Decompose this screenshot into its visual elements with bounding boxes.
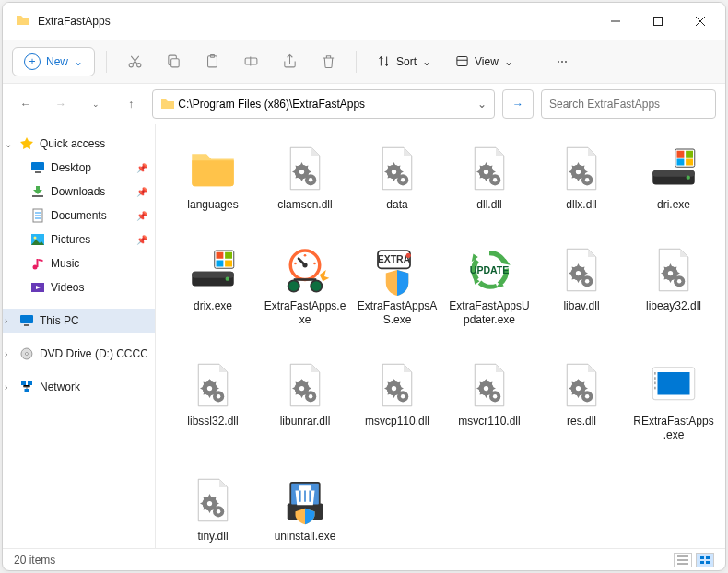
item-count: 20 items [14, 554, 55, 567]
file-item[interactable]: libunrar.dll [263, 352, 347, 447]
file-label: drix.exe [194, 299, 232, 314]
search-input[interactable] [549, 98, 708, 111]
view-button[interactable]: View ⌄ [446, 49, 523, 74]
file-label: languages [187, 198, 238, 213]
file-label: libav.dll [563, 299, 599, 314]
desktop-icon [30, 160, 45, 175]
file-view[interactable]: languagesclamscn.dlldatadll.dlldllx.dlld… [156, 124, 725, 548]
nav-label: Videos [51, 281, 84, 294]
nav-quick-access[interactable]: ⌄Quick access [3, 132, 155, 156]
file-item[interactable]: ExtraFastAppsUpdater.exe [447, 237, 532, 332]
rename-button[interactable] [234, 47, 267, 76]
svg-rect-47 [654, 18, 663, 26]
file-item[interactable]: dri.exe [631, 135, 716, 216]
file-item[interactable]: libssl32.dll [170, 352, 255, 447]
videos-icon [30, 280, 45, 295]
disc-icon [19, 346, 34, 361]
file-label: msvcr110.dll [458, 415, 520, 429]
file-item[interactable]: uninstall.exe [263, 467, 347, 548]
nav-label: Pictures [51, 233, 90, 246]
close-button[interactable] [679, 6, 722, 36]
file-item[interactable]: ExtraFastAppsAS.exe [355, 237, 440, 332]
nav-downloads[interactable]: Downloads📌 [3, 180, 155, 204]
star-icon [19, 136, 34, 151]
file-item[interactable]: RExtraFastApps.exe [631, 352, 716, 447]
nav-label: Quick access [40, 137, 105, 150]
icons-view-button[interactable] [696, 553, 714, 567]
command-bar: + New ⌄ Sort ⌄ View ⌄ ⋯ [3, 40, 725, 84]
nav-music[interactable]: Music [3, 251, 155, 275]
svg-point-48 [129, 64, 133, 67]
file-label: RExtraFastApps.exe [632, 415, 715, 443]
more-button[interactable]: ⋯ [546, 47, 579, 76]
nav-label: Music [51, 257, 79, 270]
file-item[interactable]: msvcp110.dll [355, 352, 440, 447]
file-label: uninstall.exe [275, 530, 336, 544]
file-item[interactable]: dllx.dll [539, 135, 624, 216]
file-label: ExtraFastAppsUpdater.exe [448, 299, 531, 328]
dll-icon [180, 356, 246, 415]
exe-drive-icon [180, 240, 246, 299]
file-item[interactable]: libav.dll [539, 237, 624, 332]
maximize-button[interactable] [637, 6, 679, 36]
nav-videos[interactable]: Videos [3, 275, 155, 299]
svg-rect-56 [706, 556, 710, 559]
chevron-down-icon[interactable]: ⌄ [477, 98, 487, 111]
details-view-button[interactable] [674, 553, 692, 567]
paste-button[interactable] [195, 47, 229, 76]
file-label: res.dll [567, 415, 596, 429]
nav-desktop[interactable]: Desktop📌 [3, 156, 155, 180]
file-item[interactable]: drix.exe [170, 237, 255, 332]
new-button[interactable]: + New ⌄ [12, 47, 95, 76]
file-item[interactable]: languages [170, 135, 255, 216]
file-item[interactable]: dll.dll [447, 135, 532, 216]
pin-icon: 📌 [136, 187, 147, 197]
file-label: ExtraFastApps.exe [264, 299, 346, 328]
dll-icon [548, 356, 615, 415]
go-button[interactable]: → [502, 89, 534, 119]
file-item[interactable]: ExtraFastApps.exe [263, 237, 347, 332]
file-item[interactable]: libeay32.dll [631, 237, 716, 332]
search-box[interactable] [541, 89, 716, 119]
file-label: libeay32.dll [646, 299, 701, 314]
svg-rect-50 [170, 59, 179, 67]
nav-pane: ⌄Quick access Desktop📌 Downloads📌 Docume… [3, 124, 156, 548]
file-item[interactable]: res.dll [539, 352, 624, 447]
file-item[interactable]: tiny.dll [170, 467, 255, 548]
nav-this-pc[interactable]: ›This PC [3, 309, 155, 333]
address-box[interactable]: ⌄ [152, 89, 495, 119]
file-label: ExtraFastAppsAS.exe [356, 299, 439, 328]
up-button[interactable]: ↑ [117, 90, 145, 118]
nav-network[interactable]: ›Network [3, 375, 155, 399]
file-label: dll.dll [476, 198, 501, 213]
folder-icon [16, 13, 30, 30]
svg-rect-58 [706, 561, 710, 564]
recent-button[interactable]: ⌄ [82, 90, 110, 118]
address-input[interactable] [178, 98, 477, 111]
nav-label: Network [40, 380, 80, 393]
pin-icon: 📌 [136, 235, 147, 245]
dll-icon [548, 240, 615, 299]
file-label: clamscn.dll [277, 198, 332, 213]
forward-button[interactable]: → [47, 90, 75, 118]
dll-icon [640, 240, 707, 299]
file-item[interactable]: clamscn.dll [263, 135, 347, 216]
computer-icon [19, 313, 34, 328]
copy-button[interactable] [157, 47, 190, 76]
svg-rect-54 [457, 57, 467, 66]
nav-dvd[interactable]: ›DVD Drive (D:) CCCC [3, 342, 155, 366]
dll-icon [364, 139, 430, 198]
nav-pictures[interactable]: Pictures📌 [3, 228, 155, 251]
share-button[interactable] [273, 47, 306, 76]
back-button[interactable]: ← [12, 90, 40, 118]
minimize-button[interactable] [594, 6, 637, 36]
nav-documents[interactable]: Documents📌 [3, 204, 155, 228]
file-item[interactable]: msvcr110.dll [447, 352, 532, 447]
cut-button[interactable] [118, 47, 151, 76]
file-label: tiny.dll [197, 530, 228, 544]
delete-button[interactable] [311, 47, 345, 76]
downloads-icon [30, 184, 45, 199]
plus-icon: + [24, 53, 41, 70]
file-item[interactable]: data [355, 135, 440, 216]
sort-button[interactable]: Sort ⌄ [368, 49, 440, 74]
